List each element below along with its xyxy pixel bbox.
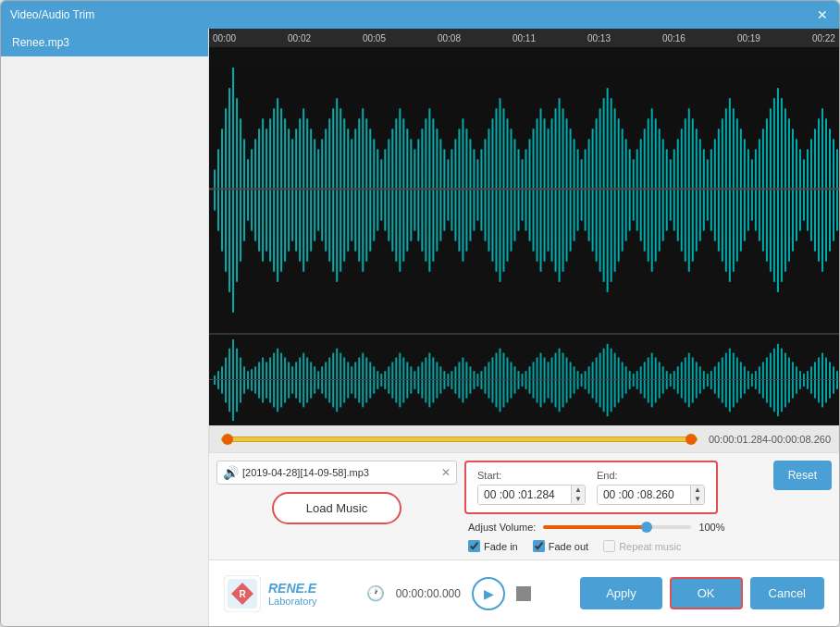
end-time-down[interactable]: ▼ [691, 495, 704, 504]
window-title: Video/Audio Trim [10, 8, 94, 21]
start-time-spinners: ▲ ▼ [571, 486, 585, 504]
timeline-label-3: 00:08 [438, 33, 461, 43]
waveform-top: // This is inside SVG, won't execute. Us… [209, 47, 839, 333]
main-window: Video/Audio Trim ✕ Renee.mp3 00:00 00:02… [0, 0, 840, 627]
right-controls: Start: ▲ ▼ End: [464, 461, 832, 552]
repeat-music-checkbox[interactable] [603, 540, 615, 552]
play-button[interactable]: ▶ [472, 577, 505, 610]
start-time-input[interactable] [478, 486, 571, 504]
end-time-input-wrap: ▲ ▼ [597, 485, 705, 505]
timeline-label-4: 00:11 [513, 33, 536, 43]
trim-handle-right[interactable] [686, 434, 697, 445]
logo-sub: Laboratory [268, 596, 317, 607]
left-controls: 🔊 [2019-04-28][14-09-58].mp3 ✕ Load Musi… [216, 461, 457, 552]
logo-text: RENE.E Laboratory [268, 581, 317, 607]
repeat-music-item: Repeat music [603, 540, 681, 552]
sidebar-file-name: Renee.mp3 [12, 36, 69, 49]
volume-label: Adjust Volume: [468, 522, 536, 533]
start-label: Start: [477, 470, 586, 481]
close-button[interactable]: ✕ [815, 7, 830, 22]
right-panel: 00:00 00:02 00:05 00:08 00:11 00:13 00:1… [209, 29, 839, 626]
logo-icon: R [224, 575, 261, 612]
waveform-bottom-svg [209, 335, 839, 425]
trim-track[interactable] [221, 436, 698, 442]
timeline-label-0: 00:00 [213, 33, 236, 43]
ok-button[interactable]: OK [670, 577, 743, 609]
apply-button[interactable]: Apply [580, 577, 662, 609]
svg-rect-341 [209, 379, 839, 380]
audio-file-bar: 🔊 [2019-04-28][14-09-58].mp3 ✕ [216, 461, 457, 485]
logo-name: RENE.E [268, 581, 317, 596]
main-content: Renee.mp3 00:00 00:02 00:05 00:08 00:11 … [1, 29, 839, 626]
start-time-down[interactable]: ▼ [572, 495, 585, 504]
timeline-labels: 00:00 00:02 00:05 00:08 00:11 00:13 00:1… [213, 33, 835, 43]
svg-text:R: R [239, 589, 246, 599]
volume-slider-thumb[interactable] [641, 522, 652, 533]
start-time-up[interactable]: ▲ [572, 486, 585, 495]
trim-time-label: 00:00:01.284-00:00:08.260 [709, 434, 831, 445]
end-time-input[interactable] [598, 486, 690, 504]
volume-row: Adjust Volume: 100% [464, 522, 832, 533]
action-buttons: Apply OK Cancel [580, 577, 824, 609]
end-time-up[interactable]: ▲ [691, 486, 704, 495]
waveform-bottom [209, 333, 839, 425]
volume-slider[interactable] [543, 525, 691, 529]
svg-rect-170 [209, 188, 839, 190]
timeline-label-5: 00:13 [587, 33, 611, 43]
fade-out-label: Fade out [549, 541, 588, 552]
clock-icon: 🕐 [366, 584, 385, 602]
timeline-label-7: 00:19 [737, 33, 760, 43]
end-label: End: [597, 470, 705, 481]
audio-filename: [2019-04-28][14-09-58].mp3 [242, 467, 438, 478]
timeline-label-1: 00:02 [288, 33, 311, 43]
playback-controls: 🕐 00:00:00.000 ▶ [366, 577, 531, 610]
audio-speaker-icon: 🔊 [223, 465, 239, 480]
trim-bar-area: 00:00:01.284-00:00:08.260 [209, 425, 839, 453]
trim-handle-left[interactable] [222, 434, 233, 445]
title-bar: Video/Audio Trim ✕ [1, 1, 839, 29]
stop-button[interactable] [516, 586, 531, 601]
controls-area: 🔊 [2019-04-28][14-09-58].mp3 ✕ Load Musi… [209, 453, 839, 559]
fade-out-checkbox[interactable] [533, 540, 545, 552]
repeat-music-label: Repeat music [619, 541, 681, 552]
start-time-input-wrap: ▲ ▼ [477, 485, 586, 505]
reset-button[interactable]: Reset [773, 461, 832, 490]
checkbox-row: Fade in Fade out Repeat music [464, 540, 832, 552]
audio-remove-button[interactable]: ✕ [441, 466, 451, 479]
fade-out-item: Fade out [533, 540, 588, 552]
start-time-group: Start: ▲ ▼ [477, 470, 586, 505]
load-music-button[interactable]: Load Music [272, 492, 401, 524]
logo-area: R RENE.E Laboratory [224, 575, 317, 612]
waveform-top-svg: // This is inside SVG, won't execute. Us… [209, 47, 839, 333]
end-time-group: End: ▲ ▼ [597, 470, 705, 505]
sidebar-file-item[interactable]: Renee.mp3 [1, 29, 208, 56]
end-time-spinners: ▲ ▼ [690, 486, 704, 504]
playback-time: 00:00:00.000 [396, 587, 461, 600]
volume-percentage: 100% [698, 522, 724, 533]
time-controls: Start: ▲ ▼ End: [464, 461, 718, 514]
bottom-bar: R RENE.E Laboratory 🕐 00:00:00.000 ▶ App… [209, 559, 839, 626]
timeline-label-8: 00:22 [812, 33, 835, 43]
cancel-button[interactable]: Cancel [750, 577, 824, 609]
timeline-label-2: 00:05 [363, 33, 386, 43]
fade-in-checkbox[interactable] [468, 540, 480, 552]
time-controls-row: Start: ▲ ▼ End: [464, 461, 832, 514]
waveform-area: 00:00 00:02 00:05 00:08 00:11 00:13 00:1… [209, 29, 839, 453]
fade-in-item: Fade in [468, 540, 518, 552]
sidebar: Renee.mp3 [1, 29, 209, 626]
fade-in-label: Fade in [484, 541, 518, 552]
timeline-label-6: 00:16 [662, 33, 686, 43]
timeline: 00:00 00:02 00:05 00:08 00:11 00:13 00:1… [209, 29, 839, 47]
